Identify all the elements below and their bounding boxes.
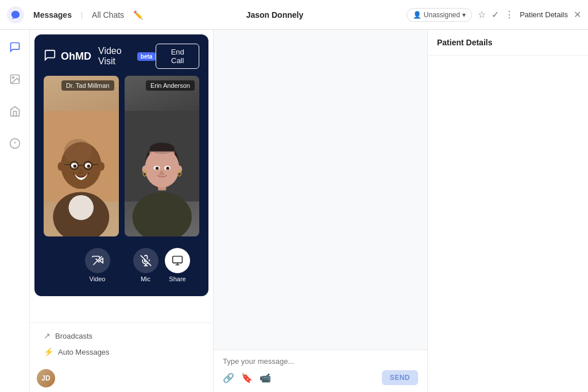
video-call-container: OhMD Video Visit beta End Call xyxy=(34,34,208,296)
share-button[interactable]: Share xyxy=(165,248,190,282)
video-label: Video xyxy=(90,275,106,282)
check-icon[interactable]: ✓ xyxy=(492,9,499,20)
svg-rect-41 xyxy=(173,257,183,263)
svg-point-14 xyxy=(74,165,76,168)
svg-rect-29 xyxy=(149,152,175,160)
right-panel-header: Patient Details xyxy=(428,30,588,56)
broadcasts-icon: ↗ xyxy=(44,331,51,340)
more-options-icon[interactable]: ⋮ xyxy=(505,9,514,20)
brand-name: OhMD xyxy=(61,51,91,63)
chat-toolbar-left: 🔗 🔖 📹 xyxy=(223,372,271,383)
brand-icon xyxy=(44,49,56,64)
share-icon xyxy=(165,248,190,273)
left-sidebar xyxy=(0,30,30,392)
video-call-header: OhMD Video Visit beta End Call xyxy=(44,44,199,69)
top-bar: Messages | All Chats ✏️ Jason Donnely 👤 … xyxy=(0,0,588,30)
chevron-down-icon: ▾ xyxy=(462,11,466,19)
svg-point-22 xyxy=(98,162,105,170)
svg-point-8 xyxy=(69,195,94,220)
messages-nav[interactable]: Messages xyxy=(33,10,72,20)
main-layout: OhMD Video Visit beta End Call xyxy=(0,30,588,392)
svg-point-32 xyxy=(155,166,158,169)
auto-messages-icon: ⚡ xyxy=(44,347,53,356)
share-label: Share xyxy=(169,275,185,282)
sidebar-image-icon[interactable] xyxy=(5,69,25,90)
broadcasts-item[interactable]: ↗ Broadcasts xyxy=(37,328,206,344)
video-off-icon xyxy=(85,248,110,273)
user-avatar[interactable]: JD xyxy=(37,369,55,387)
mic-toggle-button[interactable]: Mic xyxy=(133,248,158,282)
right-panel: Patient Details xyxy=(427,30,588,392)
auto-messages-item[interactable]: ⚡ Auto Messages xyxy=(37,344,206,360)
svg-point-33 xyxy=(166,166,169,169)
all-chats-nav[interactable]: All Chats xyxy=(92,10,124,20)
beta-badge: beta xyxy=(137,52,156,61)
chat-bottom xyxy=(30,301,213,323)
chat-footer: ↗ Broadcasts ⚡ Auto Messages xyxy=(30,323,213,364)
video-message-icon[interactable]: 📹 xyxy=(260,372,271,383)
patient-name-label: Erin Anderson xyxy=(146,80,195,91)
star-icon[interactable]: ☆ xyxy=(478,9,486,20)
chat-main-area: 🔗 🔖 📹 SEND xyxy=(214,30,427,392)
video-controls: Video Mic xyxy=(44,243,199,287)
user-icon: 👤 xyxy=(413,11,421,19)
video-toggle-button[interactable]: Video xyxy=(85,248,110,282)
patient-name-header: Jason Donnely xyxy=(152,10,397,20)
video-visit-label: Video Visit xyxy=(98,46,133,67)
mic-label: Mic xyxy=(141,275,150,282)
patient-details-title: Patient Details xyxy=(437,38,492,47)
video-brand: OhMD Video Visit beta xyxy=(44,46,156,67)
chat-toolbar: 🔗 🔖 📹 SEND xyxy=(223,370,418,385)
app-logo xyxy=(7,6,24,24)
sidebar-info-icon[interactable] xyxy=(5,133,25,154)
separator: | xyxy=(81,11,83,19)
svg-point-1 xyxy=(12,77,13,79)
auto-messages-label: Auto Messages xyxy=(58,348,110,356)
close-panel-icon[interactable]: ✕ xyxy=(574,9,581,20)
broadcasts-label: Broadcasts xyxy=(55,332,92,340)
patient-video-feed: Erin Anderson xyxy=(125,76,200,236)
bookmark-icon[interactable]: 🔖 xyxy=(241,372,253,383)
patient-details-label: Patient Details xyxy=(520,10,568,19)
sidebar-chat-icon[interactable] xyxy=(5,37,25,57)
doctor-video-feed: Dr. Tad Millman xyxy=(44,76,119,236)
avatar-area: JD xyxy=(30,364,213,392)
chat-list-panel: OhMD Video Visit beta End Call xyxy=(30,30,214,392)
svg-point-21 xyxy=(57,162,64,170)
chat-message-input[interactable] xyxy=(223,357,418,366)
mic-off-icon xyxy=(133,248,158,273)
top-bar-right-actions: 👤 Unassigned ▾ ☆ ✓ ⋮ Patient Details ✕ xyxy=(407,8,581,22)
video-feeds: Dr. Tad Millman xyxy=(44,76,199,236)
doctor-name-label: Dr. Tad Millman xyxy=(61,80,114,91)
svg-point-11 xyxy=(64,139,92,164)
send-button[interactable]: SEND xyxy=(382,370,418,385)
compose-icon[interactable]: ✏️ xyxy=(133,10,143,20)
unassigned-label: Unassigned xyxy=(424,11,460,19)
end-call-button[interactable]: End Call xyxy=(156,44,199,69)
chat-input-area: 🔗 🔖 📹 SEND xyxy=(214,350,427,392)
svg-point-15 xyxy=(87,165,90,168)
unassigned-button[interactable]: 👤 Unassigned ▾ xyxy=(407,8,472,22)
sidebar-home-icon[interactable] xyxy=(5,101,25,122)
attachment-icon[interactable]: 🔗 xyxy=(223,372,234,383)
